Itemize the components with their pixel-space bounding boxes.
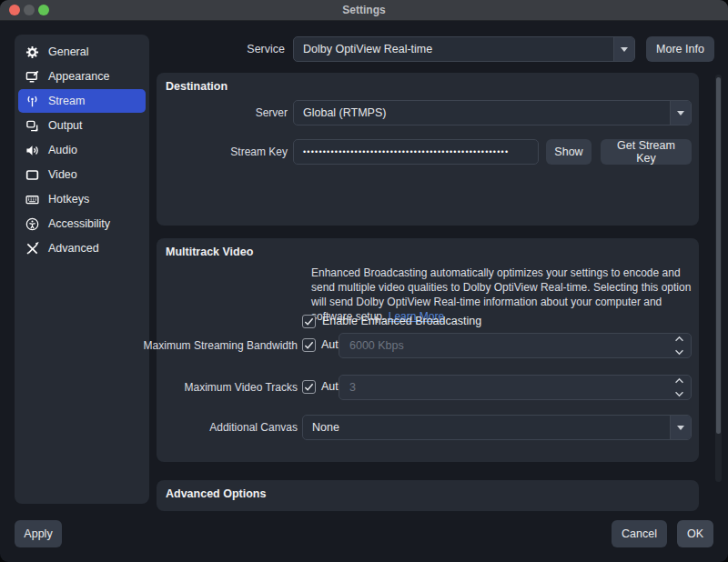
chevron-down-icon: [677, 111, 684, 115]
chevron-down-icon: [677, 426, 684, 430]
cancel-button[interactable]: Cancel: [612, 520, 667, 547]
max-bandwidth-label: Maximum Streaming Bandwidth: [144, 339, 298, 352]
server-value: Global (RTMPS): [294, 101, 670, 125]
scrollbar-thumb[interactable]: [716, 77, 721, 434]
show-key-button[interactable]: Show: [546, 139, 592, 165]
monitor-icon: [25, 167, 39, 182]
scrollbar: [715, 75, 722, 482]
sidebar-item-stream[interactable]: Stream: [18, 89, 146, 113]
titlebar: Settings: [0, 0, 728, 21]
sidebar-item-video[interactable]: Video: [18, 163, 146, 186]
destination-header: Destination: [166, 80, 228, 93]
tracks-spinbox[interactable]: 3: [339, 375, 692, 400]
bandwidth-spinbox[interactable]: 6000 Kbps: [339, 333, 692, 358]
dropdown-caret: [670, 416, 691, 439]
tools-icon: [25, 241, 39, 256]
sidebar-item-label: Audio: [48, 144, 77, 156]
stream-key-label: Stream Key: [230, 146, 288, 158]
antenna-icon: [25, 94, 39, 108]
multitrack-header: Multitrack Video: [166, 246, 253, 258]
sidebar-item-label: Hotkeys: [48, 193, 89, 206]
server-select[interactable]: Global (RTMPS): [293, 100, 692, 125]
spinner-arrows: [673, 377, 684, 397]
get-stream-key-button[interactable]: Get Stream Key: [601, 139, 692, 165]
enable-enhanced-broadcasting-label: Enable Enhanced Broadcasting: [322, 315, 481, 327]
advanced-options-header: Advanced Options: [166, 487, 266, 500]
advanced-options-section: Advanced Options: [157, 480, 699, 511]
sidebar-item-label: Video: [48, 168, 77, 181]
spin-up-icon[interactable]: [674, 336, 684, 342]
dropdown-caret: [613, 37, 634, 61]
bandwidth-value: 6000 Kbps: [339, 334, 691, 357]
settings-sidebar: General Appearance Stream Output Audio: [15, 35, 149, 504]
sidebar-item-label: General: [48, 45, 88, 58]
sidebar-item-general[interactable]: General: [18, 40, 146, 64]
additional-canvas-label: Additional Canvas: [209, 421, 298, 434]
service-value: Dolby OptiView Real-time: [294, 37, 613, 61]
speaker-icon: [25, 143, 39, 157]
tracks-value: 3: [339, 376, 691, 399]
apply-button[interactable]: Apply: [15, 520, 62, 547]
multitrack-section: Multitrack Video Enhanced Broadcasting a…: [157, 238, 699, 462]
sidebar-item-label: Advanced: [48, 242, 99, 255]
sidebar-item-appearance[interactable]: Appearance: [18, 65, 146, 88]
bandwidth-auto-checkbox[interactable]: [302, 338, 316, 352]
appearance-icon: [25, 69, 39, 84]
service-label: Service: [247, 43, 285, 55]
accessibility-icon: [25, 216, 39, 231]
sidebar-item-accessibility[interactable]: Accessibility: [18, 212, 146, 236]
keyboard-icon: [25, 192, 39, 206]
sidebar-item-label: Accessibility: [48, 217, 110, 230]
dropdown-caret: [670, 101, 691, 125]
sidebar-item-hotkeys[interactable]: Hotkeys: [18, 187, 146, 211]
sidebar-item-label: Appearance: [48, 70, 109, 83]
chevron-down-icon: [621, 47, 628, 52]
gear-icon: [25, 45, 39, 59]
stream-key-input[interactable]: ••••••••••••••••••••••••••••••••••••••••…: [293, 139, 539, 165]
destination-section: Destination Server Global (RTMPS) Stream…: [157, 73, 699, 226]
sidebar-item-output[interactable]: Output: [18, 114, 146, 137]
output-icon: [25, 118, 39, 133]
canvas-value: None: [303, 416, 670, 439]
spinner-arrows: [673, 336, 684, 356]
spin-down-icon[interactable]: [674, 391, 684, 397]
window-title: Settings: [0, 0, 728, 20]
sidebar-item-audio[interactable]: Audio: [18, 138, 146, 162]
spin-down-icon[interactable]: [674, 349, 684, 356]
more-info-button[interactable]: More Info: [646, 36, 714, 62]
sidebar-item-advanced[interactable]: Advanced: [18, 236, 146, 260]
spin-up-icon[interactable]: [674, 377, 684, 384]
enable-enhanced-broadcasting-checkbox[interactable]: [302, 315, 316, 328]
sidebar-item-label: Stream: [48, 95, 85, 107]
server-label: Server: [256, 106, 288, 119]
ok-button[interactable]: OK: [677, 520, 713, 547]
tracks-auto-checkbox[interactable]: [302, 380, 316, 394]
settings-window: Settings General Appearance Stream Outp: [0, 0, 728, 562]
max-tracks-label: Maximum Video Tracks: [185, 381, 298, 394]
sidebar-item-label: Output: [48, 119, 83, 132]
additional-canvas-select[interactable]: None: [302, 415, 692, 440]
service-select[interactable]: Dolby OptiView Real-time: [293, 36, 635, 62]
